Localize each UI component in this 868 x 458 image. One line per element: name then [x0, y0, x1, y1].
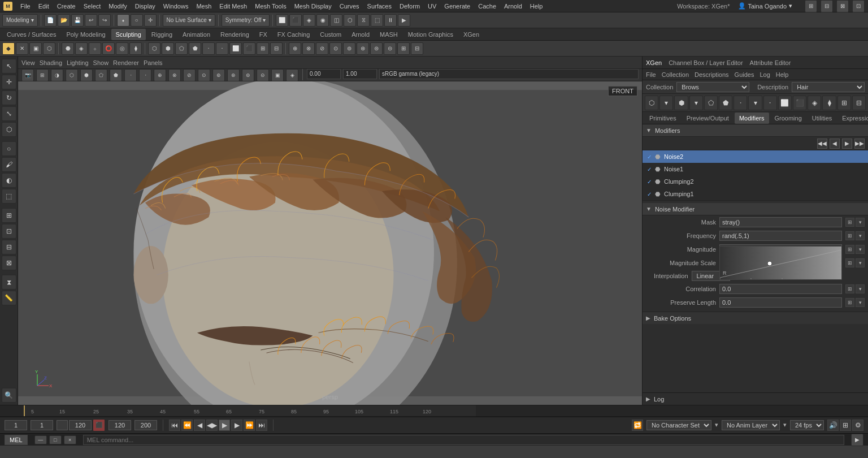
settings-btn[interactable]: ⚙ [852, 420, 863, 431]
icon-f[interactable]: ⬡ [344, 14, 356, 27]
corr-icon-b[interactable]: ▾ [856, 284, 865, 293]
icon-h[interactable]: ⬚ [371, 14, 383, 27]
icon-b[interactable]: ⬛ [289, 14, 302, 27]
render-btn-j[interactable]: ⊙ [198, 69, 210, 81]
viewport[interactable]: FRONT persp X Y Z [18, 81, 642, 405]
layout-btn-4[interactable]: ⊡ [852, 0, 865, 12]
tab-fx-caching[interactable]: FX Caching [273, 29, 314, 40]
mask-input[interactable] [719, 217, 842, 227]
menu-file[interactable]: File [20, 3, 31, 10]
left-paint-btn[interactable]: 🖌 [2, 157, 16, 172]
tab-mash[interactable]: MASH [375, 29, 402, 40]
xgen-icon-f[interactable]: ⬟ [719, 96, 732, 110]
icon-tb-r[interactable]: ⬛ [243, 42, 255, 55]
correlation-input[interactable] [719, 284, 842, 294]
icon-tb-k[interactable]: ⬡ [148, 42, 160, 55]
frequency-input[interactable] [719, 231, 842, 241]
tab-arnold[interactable]: Arnold [347, 29, 374, 40]
tab-custom[interactable]: Custom [315, 29, 346, 40]
render-btn-c[interactable]: ⬠ [95, 69, 107, 81]
auto-key-btn[interactable]: ⬛ [93, 419, 105, 431]
preserve-length-input[interactable] [719, 297, 842, 308]
render-btn-k[interactable]: ⊚ [212, 69, 225, 81]
open-scene-btn[interactable]: 📂 [58, 14, 70, 27]
render-btn-p[interactable]: ◈ [286, 69, 298, 81]
icon-tb-g[interactable]: ⬦ [89, 42, 101, 55]
loop-btn[interactable]: 🔁 [632, 420, 643, 431]
left-btn-c[interactable]: ⊟ [2, 240, 16, 254]
render-btn-a[interactable]: ⬡ [66, 69, 78, 81]
modifier-move-down-btn[interactable]: ▶▶ [854, 139, 865, 149]
icon-tb-b[interactable]: ✕ [16, 42, 28, 55]
left-measure-btn[interactable]: 📏 [2, 291, 16, 305]
pl-icon-b[interactable]: ▾ [856, 298, 865, 307]
xgen-icon-e[interactable]: ⬠ [704, 96, 718, 110]
go-to-end-btn[interactable]: ⏭ [256, 420, 267, 431]
xgen-descriptions-menu[interactable]: Descriptions [695, 71, 729, 78]
modifier-clumping1[interactable]: ✓ ⬣ Clumping1 [643, 188, 868, 200]
lasso-btn[interactable]: ○ [131, 14, 143, 27]
icon-tb-p[interactable]: ⬝ [216, 42, 228, 55]
grad-icon-a[interactable]: ⊞ [845, 258, 854, 267]
xgen-icon-a[interactable]: ⬡ [645, 96, 658, 110]
pl-icon-a[interactable]: ⊞ [845, 298, 854, 307]
move-btn[interactable]: ✛ [144, 14, 157, 27]
noise-modifier-header[interactable]: ▼ Noise Modifier [643, 203, 868, 215]
mel-exec-btn[interactable]: ▶ [851, 434, 863, 446]
anim-start-input[interactable] [57, 420, 68, 430]
left-rotate-btn[interactable]: ↻ [2, 90, 16, 105]
terminal-close-btn[interactable]: × [64, 435, 76, 444]
live-surface-dropdown[interactable]: No Live Surface ▾ [163, 14, 215, 27]
modifier-left-btn[interactable]: ◀ [830, 139, 840, 149]
play-back-btn[interactable]: ◀▶ [206, 420, 218, 431]
icon-g[interactable]: ⧖ [357, 14, 370, 27]
xgen-icon-b[interactable]: ▾ [659, 96, 673, 110]
frequency-icon-b[interactable]: ▾ [856, 231, 865, 240]
icon-tb-j[interactable]: ⧫ [129, 42, 142, 55]
modifiers-section-header[interactable]: ▼ Modifiers [643, 124, 868, 137]
tab-motion-graphics[interactable]: Motion Graphics [403, 29, 458, 40]
playback-max-input[interactable] [134, 420, 157, 430]
xgen-log-menu[interactable]: Log [760, 71, 770, 78]
menu-uv[interactable]: UV [428, 3, 436, 10]
menu-edit-mesh[interactable]: Edit Mesh [219, 3, 247, 10]
playback-end-input[interactable] [108, 420, 131, 430]
description-dropdown[interactable]: Hair [792, 82, 865, 92]
renderer-menu[interactable]: Renderer [113, 59, 139, 66]
menu-arnold[interactable]: Arnold [504, 3, 522, 10]
gamma-input[interactable] [343, 69, 377, 79]
left-sculpt-btn[interactable]: ◐ [2, 173, 16, 188]
prim-tab-utilities[interactable]: Utilities [808, 113, 836, 124]
mask-icon-b[interactable]: ▾ [856, 218, 865, 227]
icon-tb-o[interactable]: ⬞ [202, 42, 215, 55]
xgen-icon-o[interactable]: ⊟ [852, 96, 866, 110]
icon-tb-q[interactable]: ⬜ [229, 42, 242, 55]
icon-tb-c[interactable]: ▣ [29, 42, 42, 55]
icon-d[interactable]: ◉ [316, 14, 329, 27]
new-scene-btn[interactable]: 📄 [44, 14, 57, 27]
icon-tb-i[interactable]: ◎ [116, 42, 128, 55]
no-anim-layer-dropdown[interactable]: No Anim Layer [722, 420, 780, 430]
render-btn-g[interactable]: ⊕ [154, 69, 166, 81]
render-btn-h[interactable]: ⊗ [168, 69, 181, 81]
icon-tb-n[interactable]: ⬟ [189, 42, 201, 55]
left-soft-select-btn[interactable]: ○ [2, 141, 16, 156]
xgen-icon-c[interactable]: ⬢ [674, 96, 688, 110]
icon-e[interactable]: ◫ [330, 14, 342, 27]
xgen-collection-menu[interactable]: Collection [662, 71, 689, 78]
icon-tb-m[interactable]: ⬠ [175, 42, 188, 55]
bake-options-section[interactable]: ▶ Bake Options [643, 312, 868, 324]
icon-tb-x[interactable]: ⊙ [329, 42, 342, 55]
icon-tb-v[interactable]: ⊗ [302, 42, 315, 55]
menu-mesh[interactable]: Mesh [196, 3, 211, 10]
collection-dropdown[interactable]: Brows [676, 82, 749, 92]
modifier-move-up-btn[interactable]: ◀◀ [817, 139, 827, 149]
xgen-icon-l[interactable]: ◈ [808, 96, 821, 110]
xgen-icon-i[interactable]: ⬝ [763, 96, 777, 110]
show-menu[interactable]: Show [93, 59, 109, 66]
corr-icon-a[interactable]: ⊞ [845, 284, 854, 293]
tab-poly-modeling[interactable]: Poly Modeling [62, 29, 110, 40]
panels-menu[interactable]: Panels [144, 59, 163, 66]
xgen-icon-h[interactable]: ▾ [748, 96, 762, 110]
xgen-icon-g[interactable]: ⬞ [734, 96, 747, 110]
